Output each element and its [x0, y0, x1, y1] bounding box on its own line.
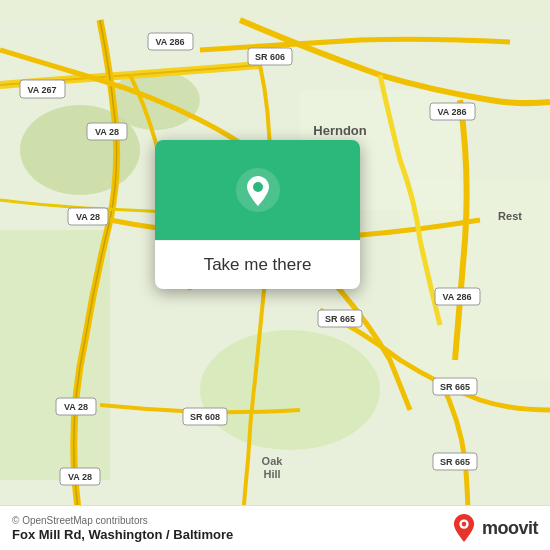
popup-card: Take me there	[155, 140, 360, 289]
location-pin-icon	[236, 168, 280, 212]
svg-rect-7	[400, 180, 550, 380]
map-container: VA 267 VA 28 VA 28 VA 28 VA 28 VA 286 VA…	[0, 0, 550, 550]
svg-text:VA 28: VA 28	[64, 402, 88, 412]
svg-point-39	[253, 182, 263, 192]
svg-text:SR 665: SR 665	[325, 314, 355, 324]
svg-text:Oak: Oak	[262, 455, 284, 467]
svg-text:VA 28: VA 28	[68, 472, 92, 482]
svg-text:SR 606: SR 606	[255, 52, 285, 62]
take-me-there-button[interactable]: Take me there	[155, 251, 360, 279]
svg-point-4	[200, 330, 380, 450]
bottom-bar: © OpenStreetMap contributors Fox Mill Rd…	[0, 505, 550, 550]
svg-text:Rest: Rest	[498, 210, 522, 222]
svg-text:SR 665: SR 665	[440, 382, 470, 392]
svg-text:Herndon: Herndon	[313, 123, 367, 138]
svg-rect-3	[0, 230, 110, 480]
location-text: Fox Mill Rd, Washington / Baltimore	[12, 527, 233, 542]
svg-text:SR 665: SR 665	[440, 457, 470, 467]
svg-text:SR 608: SR 608	[190, 412, 220, 422]
copyright-text: © OpenStreetMap contributors	[12, 515, 233, 526]
svg-text:VA 28: VA 28	[76, 212, 100, 222]
svg-text:VA 286: VA 286	[442, 292, 471, 302]
svg-text:VA 286: VA 286	[155, 37, 184, 47]
bottom-bar-info: © OpenStreetMap contributors Fox Mill Rd…	[12, 515, 233, 542]
popup-card-action[interactable]: Take me there	[155, 240, 360, 289]
svg-text:VA 28: VA 28	[95, 127, 119, 137]
svg-text:Hill: Hill	[263, 468, 280, 480]
moovit-pin-icon	[450, 514, 478, 542]
svg-text:VA 286: VA 286	[437, 107, 466, 117]
moovit-brand-text: moovit	[482, 518, 538, 539]
svg-point-41	[462, 522, 467, 527]
popup-card-header	[155, 140, 360, 240]
svg-text:VA 267: VA 267	[27, 85, 56, 95]
moovit-logo: moovit	[450, 514, 538, 542]
